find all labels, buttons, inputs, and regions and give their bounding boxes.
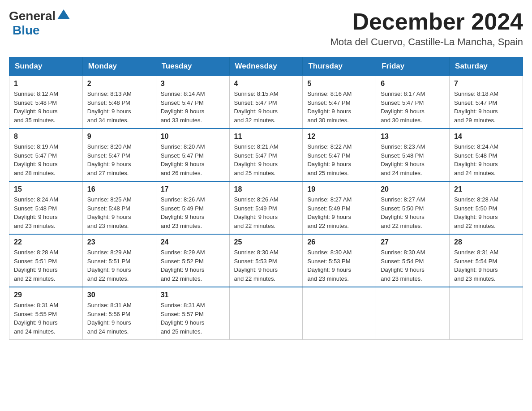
calendar-cell [450, 287, 523, 340]
week-row-4: 22Sunrise: 8:28 AMSunset: 5:51 PMDayligh… [9, 234, 523, 287]
day-number: 25 [234, 238, 298, 246]
day-info: Sunrise: 8:29 AMSunset: 5:52 PMDaylight:… [161, 248, 225, 283]
day-number: 1 [14, 80, 78, 88]
day-info: Sunrise: 8:29 AMSunset: 5:51 PMDaylight:… [87, 248, 151, 283]
day-info: Sunrise: 8:31 AMSunset: 5:55 PMDaylight:… [14, 301, 78, 336]
calendar-cell: 24Sunrise: 8:29 AMSunset: 5:52 PMDayligh… [156, 234, 229, 287]
calendar-cell [229, 287, 303, 340]
weekday-header-tuesday: Tuesday [156, 57, 229, 76]
day-number: 6 [381, 80, 445, 88]
weekday-header-monday: Monday [82, 57, 156, 76]
day-info: Sunrise: 8:31 AMSunset: 5:57 PMDaylight:… [161, 301, 225, 336]
day-number: 11 [234, 133, 298, 141]
calendar-cell: 14Sunrise: 8:24 AMSunset: 5:48 PMDayligh… [450, 128, 523, 181]
day-info: Sunrise: 8:20 AMSunset: 5:47 PMDaylight:… [161, 142, 225, 177]
calendar-cell: 20Sunrise: 8:27 AMSunset: 5:50 PMDayligh… [376, 181, 450, 234]
calendar-table: SundayMondayTuesdayWednesdayThursdayFrid… [9, 57, 523, 340]
day-info: Sunrise: 8:24 AMSunset: 5:48 PMDaylight:… [14, 195, 78, 230]
day-number: 10 [161, 133, 225, 141]
week-row-5: 29Sunrise: 8:31 AMSunset: 5:55 PMDayligh… [9, 287, 523, 340]
logo-blue-text: Blue [13, 23, 40, 37]
day-info: Sunrise: 8:28 AMSunset: 5:50 PMDaylight:… [454, 195, 518, 230]
calendar-cell: 15Sunrise: 8:24 AMSunset: 5:48 PMDayligh… [9, 181, 83, 234]
week-row-3: 15Sunrise: 8:24 AMSunset: 5:48 PMDayligh… [9, 181, 523, 234]
day-info: Sunrise: 8:22 AMSunset: 5:47 PMDaylight:… [307, 142, 371, 177]
day-info: Sunrise: 8:24 AMSunset: 5:48 PMDaylight:… [454, 142, 518, 177]
calendar-cell: 8Sunrise: 8:19 AMSunset: 5:47 PMDaylight… [9, 128, 83, 181]
calendar-cell: 5Sunrise: 8:16 AMSunset: 5:47 PMDaylight… [303, 76, 376, 128]
day-number: 4 [234, 80, 298, 88]
day-info: Sunrise: 8:18 AMSunset: 5:47 PMDaylight:… [454, 90, 518, 124]
day-number: 19 [307, 185, 371, 193]
calendar-cell: 13Sunrise: 8:23 AMSunset: 5:48 PMDayligh… [376, 128, 450, 181]
day-info: Sunrise: 8:17 AMSunset: 5:47 PMDaylight:… [381, 90, 445, 124]
day-number: 28 [454, 238, 518, 246]
week-row-2: 8Sunrise: 8:19 AMSunset: 5:47 PMDaylight… [9, 128, 523, 181]
day-info: Sunrise: 8:16 AMSunset: 5:47 PMDaylight:… [307, 90, 371, 124]
weekday-header-saturday: Saturday [450, 57, 523, 76]
calendar-cell: 25Sunrise: 8:30 AMSunset: 5:53 PMDayligh… [229, 234, 303, 287]
calendar-cell: 9Sunrise: 8:20 AMSunset: 5:47 PMDaylight… [82, 128, 156, 181]
day-info: Sunrise: 8:12 AMSunset: 5:48 PMDaylight:… [14, 90, 78, 124]
calendar-cell: 2Sunrise: 8:13 AMSunset: 5:48 PMDaylight… [82, 76, 156, 128]
location-title: Mota del Cuervo, Castille-La Mancha, Spa… [330, 36, 523, 48]
day-info: Sunrise: 8:13 AMSunset: 5:48 PMDaylight:… [87, 90, 151, 124]
day-info: Sunrise: 8:30 AMSunset: 5:53 PMDaylight:… [234, 248, 298, 283]
weekday-header-wednesday: Wednesday [229, 57, 303, 76]
day-number: 14 [454, 133, 518, 141]
day-number: 3 [161, 80, 225, 88]
day-number: 13 [381, 133, 445, 141]
calendar-cell [303, 287, 376, 340]
day-info: Sunrise: 8:30 AMSunset: 5:53 PMDaylight:… [307, 248, 371, 283]
day-number: 22 [14, 238, 78, 246]
day-info: Sunrise: 8:31 AMSunset: 5:56 PMDaylight:… [87, 301, 151, 336]
calendar-cell: 22Sunrise: 8:28 AMSunset: 5:51 PMDayligh… [9, 234, 83, 287]
calendar-cell: 17Sunrise: 8:26 AMSunset: 5:49 PMDayligh… [156, 181, 229, 234]
day-number: 27 [381, 238, 445, 246]
day-info: Sunrise: 8:20 AMSunset: 5:47 PMDaylight:… [87, 142, 151, 177]
day-info: Sunrise: 8:15 AMSunset: 5:47 PMDaylight:… [234, 90, 298, 124]
calendar-cell: 30Sunrise: 8:31 AMSunset: 5:56 PMDayligh… [82, 287, 156, 340]
day-number: 29 [14, 291, 78, 299]
day-number: 7 [454, 80, 518, 88]
logo: General Blue [9, 9, 70, 38]
day-number: 24 [161, 238, 225, 246]
day-number: 2 [87, 80, 151, 88]
weekday-header-sunday: Sunday [9, 57, 83, 76]
day-number: 31 [161, 291, 225, 299]
calendar-cell: 23Sunrise: 8:29 AMSunset: 5:51 PMDayligh… [82, 234, 156, 287]
day-info: Sunrise: 8:23 AMSunset: 5:48 PMDaylight:… [381, 142, 445, 177]
day-info: Sunrise: 8:27 AMSunset: 5:50 PMDaylight:… [381, 195, 445, 230]
day-info: Sunrise: 8:19 AMSunset: 5:47 PMDaylight:… [14, 142, 78, 177]
calendar-cell [376, 287, 450, 340]
calendar-cell: 27Sunrise: 8:30 AMSunset: 5:54 PMDayligh… [376, 234, 450, 287]
day-number: 5 [307, 80, 371, 88]
day-number: 18 [234, 185, 298, 193]
day-info: Sunrise: 8:31 AMSunset: 5:54 PMDaylight:… [454, 248, 518, 283]
day-info: Sunrise: 8:25 AMSunset: 5:48 PMDaylight:… [87, 195, 151, 230]
day-info: Sunrise: 8:28 AMSunset: 5:51 PMDaylight:… [14, 248, 78, 283]
calendar-cell: 4Sunrise: 8:15 AMSunset: 5:47 PMDaylight… [229, 76, 303, 128]
calendar-cell: 6Sunrise: 8:17 AMSunset: 5:47 PMDaylight… [376, 76, 450, 128]
calendar-cell: 10Sunrise: 8:20 AMSunset: 5:47 PMDayligh… [156, 128, 229, 181]
day-info: Sunrise: 8:26 AMSunset: 5:49 PMDaylight:… [161, 195, 225, 230]
calendar-cell: 28Sunrise: 8:31 AMSunset: 5:54 PMDayligh… [450, 234, 523, 287]
calendar-cell: 3Sunrise: 8:14 AMSunset: 5:47 PMDaylight… [156, 76, 229, 128]
calendar-cell: 16Sunrise: 8:25 AMSunset: 5:48 PMDayligh… [82, 181, 156, 234]
day-info: Sunrise: 8:14 AMSunset: 5:47 PMDaylight:… [161, 90, 225, 124]
day-info: Sunrise: 8:27 AMSunset: 5:49 PMDaylight:… [307, 195, 371, 230]
day-number: 20 [381, 185, 445, 193]
calendar-cell: 31Sunrise: 8:31 AMSunset: 5:57 PMDayligh… [156, 287, 229, 340]
calendar-cell: 26Sunrise: 8:30 AMSunset: 5:53 PMDayligh… [303, 234, 376, 287]
weekday-header-row: SundayMondayTuesdayWednesdayThursdayFrid… [9, 57, 523, 76]
day-number: 26 [307, 238, 371, 246]
day-number: 21 [454, 185, 518, 193]
day-number: 30 [87, 291, 151, 299]
calendar-cell: 11Sunrise: 8:21 AMSunset: 5:47 PMDayligh… [229, 128, 303, 181]
calendar-cell: 18Sunrise: 8:26 AMSunset: 5:49 PMDayligh… [229, 181, 303, 234]
day-number: 8 [14, 133, 78, 141]
calendar-cell: 1Sunrise: 8:12 AMSunset: 5:48 PMDaylight… [9, 76, 83, 128]
calendar-cell: 12Sunrise: 8:22 AMSunset: 5:47 PMDayligh… [303, 128, 376, 181]
calendar-cell: 19Sunrise: 8:27 AMSunset: 5:49 PMDayligh… [303, 181, 376, 234]
day-info: Sunrise: 8:26 AMSunset: 5:49 PMDaylight:… [234, 195, 298, 230]
